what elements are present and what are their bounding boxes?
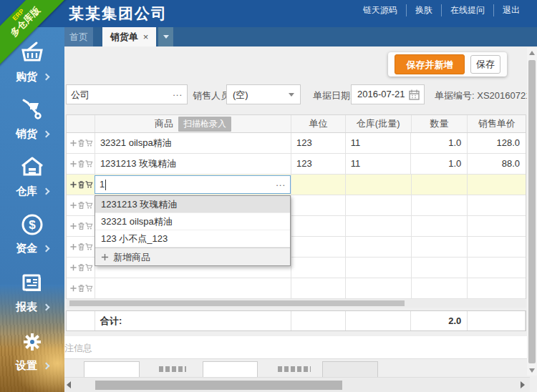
unit-cell[interactable] — [291, 258, 346, 278]
price-cell[interactable]: 88.0 — [468, 154, 526, 174]
unit-cell[interactable] — [291, 195, 346, 215]
cart-icon[interactable] — [85, 160, 93, 168]
warehouse-cell[interactable]: 11 — [346, 133, 412, 153]
add-row-icon[interactable] — [69, 222, 77, 230]
scroll-up-icon[interactable] — [529, 51, 535, 55]
warehouse-cell[interactable] — [346, 278, 412, 298]
price-cell[interactable] — [468, 237, 526, 257]
vertical-scrollbar[interactable] — [527, 48, 537, 376]
qty-cell[interactable] — [412, 278, 468, 298]
scrollbar-thumb[interactable] — [528, 60, 536, 363]
tab-list-dropdown[interactable] — [158, 27, 173, 46]
scrollbar-thumb[interactable] — [95, 381, 342, 390]
customer-lookup-icon[interactable]: ... — [173, 87, 183, 98]
qty-cell[interactable] — [412, 195, 468, 215]
add-new-product-button[interactable]: 新增商品 — [95, 248, 290, 265]
scroll-down-icon[interactable] — [529, 368, 535, 373]
close-tab-icon[interactable]: × — [143, 31, 149, 42]
product-search-input[interactable]: 1 ... — [95, 175, 291, 194]
product-cell[interactable] — [95, 278, 291, 298]
price-cell[interactable] — [468, 216, 526, 236]
save-and-new-button[interactable]: 保存并新增 — [395, 54, 465, 74]
qty-cell[interactable]: 1.0 — [411, 133, 468, 153]
tab-home[interactable]: 首页 — [64, 27, 93, 46]
unit-cell[interactable]: 123 — [291, 154, 346, 174]
cart-icon[interactable] — [85, 180, 93, 189]
cart-icon[interactable] — [85, 139, 93, 147]
cart-icon[interactable] — [85, 263, 93, 272]
link-logout[interactable]: 退出 — [493, 4, 528, 16]
cart-icon[interactable] — [85, 284, 93, 293]
scan-gun-entry-button[interactable]: 扫描枪录入 — [178, 117, 231, 132]
warehouse-cell[interactable] — [346, 258, 412, 278]
sidebar-item-funds[interactable]: $ 资金 — [0, 212, 64, 255]
table-horizontal-scrollbar[interactable] — [66, 299, 526, 308]
scroll-left-icon[interactable] — [67, 381, 71, 388]
scroll-right-icon[interactable] — [521, 381, 525, 388]
unit-cell[interactable] — [291, 237, 346, 257]
calendar-icon[interactable] — [409, 89, 420, 100]
price-cell[interactable] — [468, 278, 526, 298]
sidebar-item-settings[interactable]: 设置 — [0, 329, 64, 373]
warehouse-cell[interactable] — [346, 237, 412, 257]
sidebar-item-reports[interactable]: 报表 — [0, 270, 64, 314]
bottom-horizontal-scrollbar[interactable] — [63, 377, 530, 392]
salesperson-select[interactable]: (空) — [226, 84, 301, 104]
price-cell[interactable] — [468, 195, 526, 215]
qty-cell[interactable] — [412, 258, 468, 278]
delete-row-icon[interactable] — [77, 160, 85, 168]
price-cell[interactable] — [468, 258, 526, 278]
dropdown-item[interactable]: 123 小不点_123 — [95, 230, 290, 248]
add-row-icon[interactable] — [69, 180, 77, 189]
unit-cell[interactable] — [291, 216, 346, 236]
sidebar-item-sales[interactable]: 销货 — [0, 97, 64, 141]
row-actions — [67, 278, 95, 298]
warehouse-cell[interactable]: 11 — [346, 154, 412, 174]
product-cell[interactable]: 32321 oilspa精油 — [95, 133, 291, 153]
cart-icon[interactable] — [85, 222, 93, 230]
delete-row-icon[interactable] — [77, 139, 85, 147]
link-skin[interactable]: 换肤 — [406, 4, 441, 16]
delete-row-icon[interactable] — [77, 242, 85, 251]
chevron-right-icon — [43, 363, 50, 370]
tab-sales-order[interactable]: 销货单× — [102, 27, 156, 46]
qty-cell[interactable] — [412, 216, 468, 236]
unit-cell[interactable] — [291, 278, 346, 298]
qty-cell[interactable]: 1.0 — [411, 154, 468, 174]
delete-row-icon[interactable] — [77, 180, 85, 189]
warehouse-cell[interactable] — [346, 175, 412, 195]
customer-input[interactable]: 公司 ... — [66, 84, 188, 104]
delete-row-icon[interactable] — [77, 263, 85, 272]
qty-cell[interactable] — [412, 237, 468, 257]
price-cell[interactable] — [468, 175, 526, 195]
product-lookup-icon[interactable]: ... — [276, 177, 286, 188]
remark-input[interactable]: 注信息 — [64, 336, 527, 359]
unit-cell[interactable]: 123 — [291, 133, 346, 153]
scrollbar-thumb[interactable] — [69, 300, 405, 306]
delete-row-icon[interactable] — [77, 201, 85, 210]
add-row-icon[interactable] — [69, 201, 77, 210]
dropdown-item[interactable]: 32321 oilspa精油 — [95, 213, 290, 230]
delete-row-icon[interactable] — [77, 222, 85, 230]
warehouse-cell[interactable] — [346, 216, 412, 236]
warehouse-cell[interactable] — [346, 195, 412, 215]
price-cell[interactable]: 128.0 — [468, 133, 526, 153]
cart-icon[interactable] — [85, 201, 93, 210]
header-warehouse: 仓库(批量) — [346, 115, 412, 132]
unit-cell[interactable] — [291, 175, 346, 195]
cart-icon[interactable] — [85, 242, 93, 251]
link-online-help[interactable]: 在线提问 — [441, 4, 493, 16]
qty-cell[interactable] — [412, 175, 468, 195]
delete-row-icon[interactable] — [77, 284, 85, 293]
save-button[interactable]: 保存 — [470, 55, 500, 74]
add-row-icon[interactable] — [69, 139, 77, 147]
add-row-icon[interactable] — [69, 263, 77, 272]
dropdown-item[interactable]: 1231213 玫瑰精油 — [95, 196, 290, 213]
link-source[interactable]: 链天源码 — [354, 4, 406, 16]
sidebar-item-warehouse[interactable]: 仓库 — [0, 155, 64, 198]
add-row-icon[interactable] — [69, 160, 77, 168]
product-cell[interactable]: 1231213 玫瑰精油 — [95, 154, 291, 174]
add-row-icon[interactable] — [69, 242, 77, 251]
order-date-input[interactable]: 2016-07-21 — [351, 84, 425, 104]
add-row-icon[interactable] — [69, 284, 77, 293]
